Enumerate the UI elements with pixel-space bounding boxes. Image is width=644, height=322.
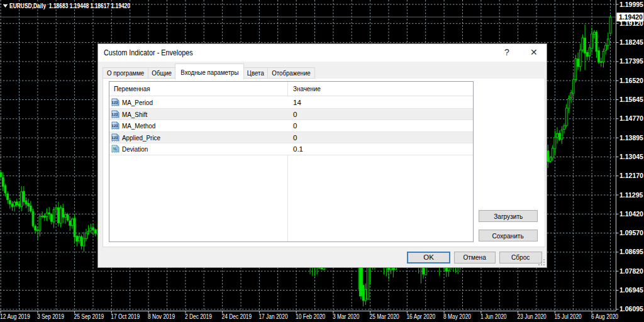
svg-text:17 Oct 2019: 17 Oct 2019 <box>111 313 140 320</box>
svg-text:1.11295: 1.11295 <box>619 191 643 199</box>
svg-text:1 Jun 2020: 1 Jun 2020 <box>480 313 507 320</box>
svg-text:16 Apr 2020: 16 Apr 2020 <box>406 313 435 320</box>
svg-text:24 Dec 2019: 24 Dec 2019 <box>222 313 252 320</box>
svg-text:1.08695: 1.08695 <box>619 248 643 255</box>
svg-text:2 Dec 2019: 2 Dec 2019 <box>185 313 212 320</box>
svg-text:1.14770: 1.14770 <box>619 114 643 122</box>
svg-text:1.13895: 1.13895 <box>619 134 643 142</box>
svg-text:17 Jan 2020: 17 Jan 2020 <box>258 313 287 320</box>
svg-text:1.10420: 1.10420 <box>619 210 643 218</box>
svg-text:1.16520: 1.16520 <box>619 77 643 84</box>
svg-text:8 May 2020: 8 May 2020 <box>443 313 471 320</box>
svg-text:12 Aug 2019: 12 Aug 2019 <box>0 313 30 320</box>
svg-text:25 Sep 2019: 25 Sep 2019 <box>74 313 104 320</box>
svg-text:1.18245: 1.18245 <box>619 38 643 46</box>
svg-text:1.15645: 1.15645 <box>619 96 643 103</box>
svg-text:1.13045: 1.13045 <box>619 153 643 160</box>
svg-text:3 Sep 2019: 3 Sep 2019 <box>37 313 64 320</box>
svg-text:1.19420: 1.19420 <box>619 13 643 21</box>
svg-text:10 Feb 2020: 10 Feb 2020 <box>296 313 325 320</box>
svg-text:8 Nov 2019: 8 Nov 2019 <box>148 313 175 320</box>
svg-text:3 Mar 2020: 3 Mar 2020 <box>333 313 360 320</box>
svg-text:1.12170: 1.12170 <box>619 172 643 179</box>
svg-text:6 Aug 2020: 6 Aug 2020 <box>591 313 618 320</box>
svg-text:1.09570: 1.09570 <box>619 229 643 236</box>
svg-text:½: ½ <box>113 146 117 152</box>
svg-text:1.06945: 1.06945 <box>619 286 643 294</box>
svg-text:123: 123 <box>111 135 118 140</box>
svg-text:123: 123 <box>111 100 118 104</box>
svg-text:123: 123 <box>111 112 118 116</box>
svg-text:23 Jun 2020: 23 Jun 2020 <box>518 313 547 320</box>
svg-text:1.19995: 1.19995 <box>619 1 643 8</box>
svg-text:EURUSD,Daily 1.18683 1.19448: EURUSD,Daily 1.18683 1.19448 1.18617 1.1… <box>9 2 130 9</box>
svg-text:1.07820: 1.07820 <box>619 267 643 275</box>
svg-text:15 Jul 2020: 15 Jul 2020 <box>554 313 582 320</box>
svg-text:123: 123 <box>111 123 118 128</box>
svg-text:1.06095: 1.06095 <box>619 305 643 313</box>
svg-text:1.17395: 1.17395 <box>619 57 643 65</box>
svg-text:25 Mar 2020: 25 Mar 2020 <box>370 313 399 320</box>
